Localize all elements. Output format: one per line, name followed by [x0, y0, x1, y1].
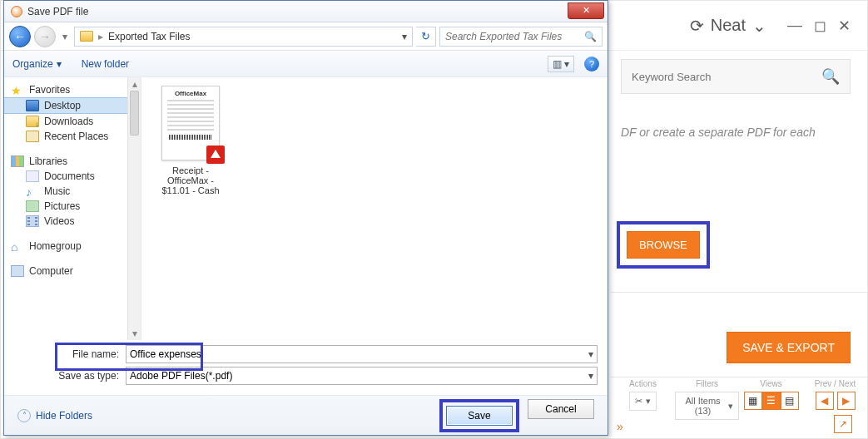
filename-combo[interactable]: ▾: [126, 345, 598, 363]
tree-scrollbar[interactable]: ▴ ▾: [127, 77, 141, 340]
view-mode-button[interactable]: ▥ ▾: [548, 56, 574, 72]
new-folder-button[interactable]: New folder: [82, 58, 129, 70]
close-button[interactable]: ✕: [838, 17, 851, 35]
window-controls: — ◻ ✕: [787, 17, 851, 35]
chevron-up-icon: ˄: [17, 409, 31, 422]
keyword-search-wrap: 🔍: [621, 59, 851, 94]
background-hint-text: DF or create a separate PDF for each: [621, 126, 842, 139]
tree-homegroup[interactable]: ⌂Homegroup: [4, 239, 141, 254]
computer-icon: [11, 265, 24, 277]
savetype-input[interactable]: [130, 370, 588, 382]
tree-favorites[interactable]: ★Favorites: [4, 82, 141, 97]
file-label-line1: Receipt -: [153, 165, 228, 175]
scroll-down[interactable]: ▾: [128, 327, 141, 340]
nav-history-dropdown[interactable]: ▾: [59, 26, 71, 47]
tree-pictures[interactable]: Pictures: [4, 199, 141, 214]
tree-libraries[interactable]: Libraries: [4, 154, 141, 169]
address-bar[interactable]: ▸ Exported Tax Files ▾: [74, 27, 413, 47]
view-list[interactable]: ☰: [762, 392, 781, 410]
savetype-dropdown[interactable]: ▾: [588, 370, 593, 382]
chevron-down-icon: ⌄: [752, 16, 766, 36]
view-grid-large[interactable]: ▦: [744, 392, 762, 410]
cancel-button[interactable]: Cancel: [528, 399, 594, 419]
tree-computer[interactable]: Computer: [4, 264, 141, 279]
filename-dropdown[interactable]: ▾: [588, 348, 593, 360]
savetype-label: Save as type:: [57, 370, 119, 382]
star-icon: ★: [11, 84, 24, 96]
save-export-wrap: SAVE & EXPORT: [727, 332, 851, 363]
file-item[interactable]: OfficeMax Receipt - OfficeMax - $11.01 -…: [153, 86, 228, 195]
views-group: ▦ ☰ ▤: [744, 392, 799, 410]
save-export-button[interactable]: SAVE & EXPORT: [727, 332, 851, 363]
tree-music[interactable]: ♪Music: [4, 184, 141, 199]
filename-highlight: File name: ▾: [57, 345, 598, 363]
file-label-line2: OfficeMax -: [153, 175, 228, 185]
pictures-icon: [26, 200, 39, 212]
tree-downloads[interactable]: Downloads: [4, 114, 141, 129]
filename-input[interactable]: [130, 348, 588, 360]
sync-icon: ⟳: [690, 16, 704, 36]
prev-button[interactable]: ◀: [816, 392, 834, 410]
dialog-footer: ˄ Hide Folders Save Cancel: [4, 395, 608, 435]
tree-videos[interactable]: Videos: [4, 214, 141, 229]
recent-icon: [26, 131, 39, 142]
popout-icon[interactable]: ↗: [834, 415, 852, 433]
hide-folders-toggle[interactable]: ˄ Hide Folders: [17, 409, 92, 422]
filters-dropdown[interactable]: All Items (13) ▾: [675, 392, 739, 420]
save-button[interactable]: Save: [446, 406, 513, 426]
tree-desktop[interactable]: Desktop: [4, 97, 141, 114]
help-button[interactable]: ?: [584, 57, 599, 72]
videos-icon: [26, 215, 39, 227]
file-thumbnail: OfficeMax: [161, 86, 220, 160]
search-icon[interactable]: 🔍: [584, 31, 597, 42]
actions-menu[interactable]: ✂ ▾: [629, 392, 656, 411]
folder-icon: [80, 31, 93, 42]
dialog-search[interactable]: 🔍: [439, 27, 603, 47]
strip-views-label: Views: [739, 379, 803, 388]
documents-icon: [26, 170, 39, 182]
strip-filters-label: Filters: [675, 379, 739, 388]
filename-label: File name:: [57, 348, 119, 360]
bottom-strip: Actions ✂ ▾ Filters All Items (13) ▾ Vie…: [611, 377, 867, 417]
refresh-button[interactable]: ↻: [416, 27, 436, 47]
tree-recent[interactable]: Recent Places: [4, 129, 141, 144]
sync-brand[interactable]: ⟳ Neat ⌄: [690, 16, 766, 36]
save-highlight: Save: [439, 399, 519, 432]
savetype-combo[interactable]: ▾: [126, 367, 598, 385]
brand-text: Neat: [711, 16, 746, 35]
desktop-icon: [26, 100, 39, 111]
nav-tree: ★Favorites Desktop Downloads Recent Plac…: [4, 77, 141, 340]
pdf-icon: [206, 146, 225, 164]
scroll-up[interactable]: ▴: [128, 77, 141, 91]
view-grid-small[interactable]: ▤: [781, 392, 799, 410]
dialog-body: ★Favorites Desktop Downloads Recent Plac…: [4, 77, 608, 340]
nav-back-button[interactable]: ←: [9, 26, 31, 47]
organize-menu[interactable]: Organize ▾: [12, 58, 62, 70]
file-list[interactable]: OfficeMax Receipt - OfficeMax - $11.01 -…: [141, 77, 608, 340]
file-label-line3: $11.01 - Cash: [153, 185, 228, 195]
dialog-close-button[interactable]: ✕: [568, 2, 604, 19]
app-icon: [11, 6, 22, 17]
browse-highlight: BROWSE: [617, 221, 710, 269]
save-pdf-dialog: Save PDF file ✕ ← → ▾ ▸ Exported Tax Fil…: [3, 0, 608, 436]
keyword-search-input[interactable]: [632, 71, 821, 83]
dialog-toolbar: Organize ▾ New folder ▥ ▾ ?: [4, 51, 608, 77]
thumb-brand: OfficeMax: [166, 90, 216, 97]
dialog-title: Save PDF file: [27, 6, 568, 17]
browse-button[interactable]: BROWSE: [627, 231, 700, 259]
minimize-button[interactable]: —: [787, 17, 802, 34]
search-icon[interactable]: 🔍: [821, 67, 840, 86]
address-dropdown[interactable]: ▾: [402, 31, 407, 42]
maximize-button[interactable]: ◻: [814, 17, 826, 35]
collapse-panel-icon[interactable]: »: [617, 420, 623, 433]
chevron-down-icon: ▾: [57, 58, 62, 70]
breadcrumb-current[interactable]: Exported Tax Files: [108, 31, 191, 42]
nav-forward-button[interactable]: →: [34, 26, 56, 47]
dialog-nav: ← → ▾ ▸ Exported Tax Files ▾ ↻ 🔍: [4, 22, 608, 51]
dialog-titlebar: Save PDF file ✕: [4, 1, 608, 22]
dialog-search-input[interactable]: [445, 31, 584, 42]
tree-documents[interactable]: Documents: [4, 169, 141, 184]
next-button[interactable]: ▶: [837, 392, 856, 410]
keyword-search[interactable]: 🔍: [621, 59, 851, 94]
scroll-thumb[interactable]: [130, 91, 139, 136]
